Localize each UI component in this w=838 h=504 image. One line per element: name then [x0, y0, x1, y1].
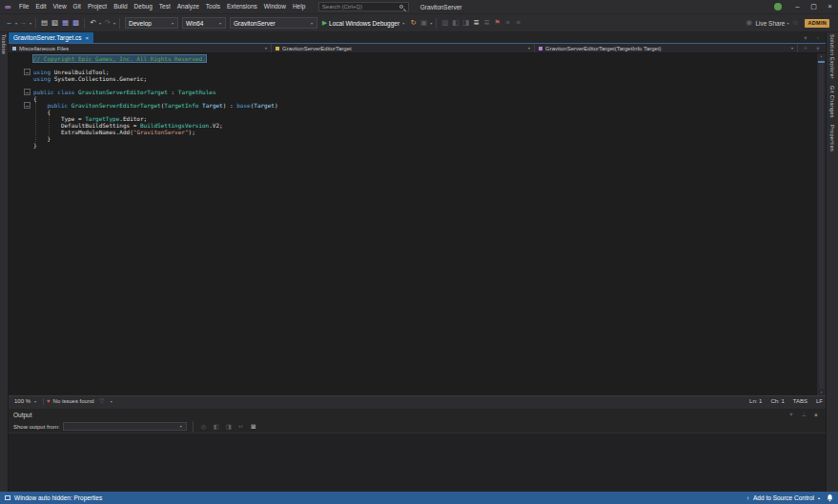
solution-configuration-combo[interactable]: Develop▾ — [125, 17, 178, 29]
scrollbar-thumb[interactable] — [819, 60, 824, 389]
fold-marker-icon[interactable]: – — [24, 89, 31, 95]
fold-marker-icon[interactable]: – — [24, 69, 31, 75]
health-label[interactable]: No issues found — [53, 398, 94, 404]
menu-build[interactable]: Build — [111, 0, 131, 13]
start-debugging-button[interactable]: ▶Local Windows Debugger▾ — [322, 19, 405, 27]
next-message-icon[interactable]: ◨ — [225, 423, 233, 431]
code-line[interactable]: Type = TargetType.Editor; — [9, 115, 816, 122]
menu-debug[interactable]: Debug — [131, 0, 155, 13]
doc-status-ch-1[interactable]: Ch: 1 — [770, 398, 784, 404]
menu-test[interactable]: Test — [155, 0, 174, 13]
editor-scrollbar[interactable]: ▴ ▾ — [816, 53, 826, 395]
new-file-icon[interactable]: ▤ — [40, 14, 49, 31]
editor-options-icon[interactable]: ▾ — [814, 45, 822, 52]
tool-tab-git-changes[interactable]: Git Changes — [829, 86, 835, 118]
code-line[interactable]: using System.Collections.Generic; — [9, 75, 816, 82]
word-wrap-icon[interactable]: ↵ — [237, 423, 245, 431]
pin-panel-icon[interactable]: ⊥ — [800, 411, 807, 418]
menu-git[interactable]: Git — [70, 0, 84, 13]
breadcrumb-project[interactable]: Miscellaneous Files▾ — [9, 44, 272, 52]
split-window-icon[interactable]: + — [802, 45, 809, 51]
code-line[interactable] — [9, 82, 816, 89]
chevron-up-icon[interactable]: ▴ — [818, 495, 820, 500]
solution-platform-combo[interactable]: Win64▾ — [182, 17, 226, 29]
uncomment-icon[interactable]: ≣ — [482, 14, 491, 31]
nav-forward-icon[interactable]: → — [19, 14, 28, 31]
menu-edit[interactable]: Edit — [32, 0, 50, 13]
toggle-bookmark-icon[interactable]: ⚑ — [493, 14, 501, 31]
comment-icon[interactable]: ≣ — [472, 14, 480, 31]
hot-reload-icon[interactable]: ↻ — [409, 14, 418, 31]
find-in-files-icon[interactable]: ▥ — [440, 14, 449, 31]
decrease-indent-icon[interactable]: ◧ — [451, 14, 460, 31]
previous-bookmark-icon[interactable]: ≡ — [503, 14, 512, 31]
code-line[interactable]: // Copyright Epic Games, Inc. All Rights… — [9, 55, 816, 62]
scroll-down-icon[interactable]: ▾ — [820, 390, 822, 395]
code-line[interactable]: –public class GravitonServerEditorTarget… — [9, 89, 816, 95]
menu-tools[interactable]: Tools — [202, 0, 223, 13]
feedback-icon[interactable]: ☺ — [790, 14, 799, 31]
minimize-button[interactable]: – — [789, 0, 806, 13]
break-all-icon[interactable]: ▣ — [419, 14, 428, 31]
startup-project-combo[interactable]: GravitonServer▾ — [230, 17, 317, 29]
code-line[interactable]: { — [9, 109, 816, 115]
zoom-combo[interactable]: 100 % ▾ — [11, 396, 40, 406]
dropdown-chevron-icon[interactable]: ▾ — [787, 21, 788, 26]
notifications-bell-icon[interactable] — [827, 494, 833, 502]
menu-project[interactable]: Project — [84, 0, 110, 13]
code-line[interactable] — [9, 62, 816, 69]
menu-view[interactable]: View — [50, 0, 70, 13]
code-area[interactable]: // Copyright Epic Games, Inc. All Rights… — [9, 53, 816, 395]
tab-close-icon[interactable]: × — [86, 35, 90, 41]
menu-window[interactable]: Window — [260, 0, 289, 13]
previous-message-icon[interactable]: ◧ — [213, 423, 220, 431]
increase-indent-icon[interactable]: ◨ — [461, 14, 470, 31]
global-search-box[interactable] — [318, 2, 409, 11]
dropdown-chevron-icon[interactable]: ▾ — [99, 21, 101, 26]
code-editor[interactable]: // Copyright Epic Games, Inc. All Rights… — [9, 53, 826, 395]
maximize-button[interactable]: ▢ — [806, 0, 822, 13]
dropdown-chevron-icon[interactable]: ▾ — [30, 21, 31, 26]
code-line[interactable]: } — [9, 142, 816, 149]
search-input[interactable] — [322, 4, 397, 10]
menu-analyze[interactable]: Analyze — [174, 0, 202, 13]
dropdown-chevron-icon[interactable]: ▾ — [15, 21, 17, 26]
output-source-combo[interactable]: ▾ — [63, 422, 187, 431]
toggle-pin-status-icon[interactable]: ▫ — [814, 34, 822, 41]
breadcrumb-member[interactable]: GravitonServerEditorTarget(TargetInfo Ta… — [535, 44, 798, 52]
open-file-icon[interactable]: ▧ — [51, 14, 59, 31]
tool-tab-solution-explorer[interactable]: Solution Explorer — [829, 34, 835, 79]
code-line[interactable]: –using UnrealBuildTool; — [9, 69, 816, 75]
menu-file[interactable]: File — [15, 0, 31, 13]
output-content[interactable] — [9, 433, 826, 492]
menu-help[interactable]: Help — [289, 0, 308, 13]
save-icon[interactable]: ▦ — [61, 14, 70, 31]
tab-gravitonserver-target-cs[interactable]: GravitonServer.Target.cs × — [9, 32, 93, 43]
user-avatar[interactable] — [774, 3, 782, 10]
code-line[interactable]: – public GravitonServerEditorTarget(Targ… — [9, 102, 816, 109]
filter-issues-icon[interactable]: ▽ — [98, 397, 106, 405]
dropdown-chevron-icon[interactable]: ▾ — [113, 21, 115, 26]
doc-status-lf[interactable]: LF — [816, 398, 823, 404]
breadcrumb-type[interactable]: GravitonServerEditorTarget▾ — [272, 44, 535, 52]
undo-icon[interactable]: ↶ — [89, 14, 97, 31]
code-line[interactable]: } — [9, 135, 816, 142]
doc-status-tabs[interactable]: TABS — [793, 398, 807, 404]
fold-marker-icon[interactable]: – — [24, 102, 31, 109]
redo-icon[interactable]: ↷ — [103, 14, 112, 31]
add-to-source-control-button[interactable]: Add to Source Control — [753, 494, 814, 501]
close-panel-icon[interactable]: × — [812, 412, 820, 418]
code-line[interactable]: { — [9, 95, 816, 102]
clear-all-icon[interactable]: ⊠ — [250, 423, 257, 431]
code-line[interactable]: DefaultBuildSettings = BuildSettingsVers… — [9, 122, 816, 129]
tool-tab-properties[interactable]: Properties — [829, 125, 835, 151]
scrollbar-track[interactable] — [817, 59, 826, 390]
document-dropdown-icon[interactable]: ▾ — [802, 34, 809, 42]
nav-back-icon[interactable]: ← — [5, 14, 13, 31]
next-bookmark-icon[interactable]: ≡ — [514, 14, 522, 31]
close-button[interactable]: × — [822, 0, 838, 13]
menu-extensions[interactable]: Extensions — [224, 0, 261, 13]
panel-location-icon[interactable]: ▾ — [787, 411, 795, 418]
live-share-icon[interactable]: ◉ — [745, 14, 753, 31]
dropdown-chevron-icon[interactable]: ▾ — [430, 21, 432, 26]
